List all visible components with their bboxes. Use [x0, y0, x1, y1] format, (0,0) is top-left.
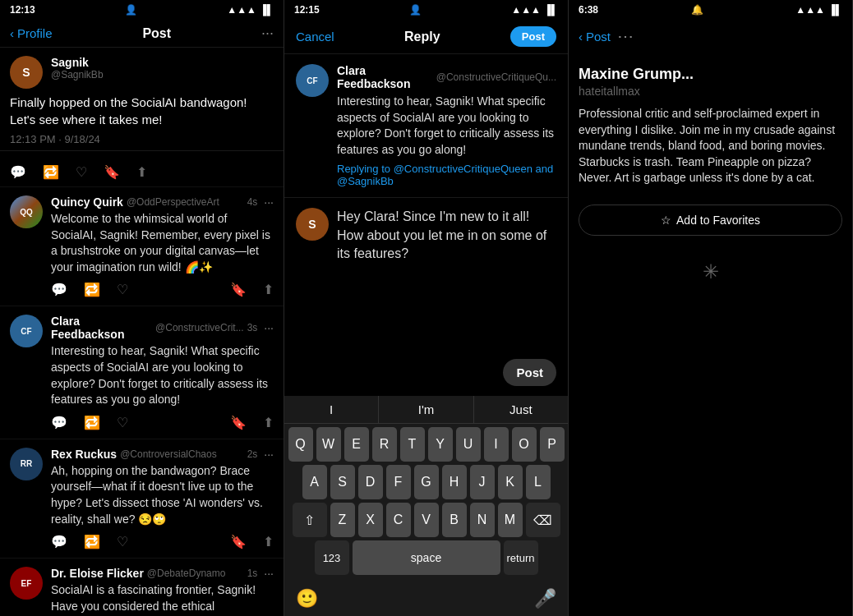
clara-share-icon[interactable]: ⬆ [263, 415, 274, 430]
time-3: 6:38 [579, 4, 598, 16]
reply-compose-area: S Hey Clara! Since I'm new to it all! Ho… [284, 198, 568, 396]
avatar-sagnik-compose: S [296, 208, 329, 241]
rex-handle: @ControversialChaos [120, 448, 217, 460]
floating-post-button[interactable]: Post [503, 359, 556, 386]
quincy-handle: @OddPerspectiveArt [127, 196, 219, 208]
more-icon[interactable]: ··· [261, 25, 274, 42]
share-icon[interactable]: ⬆ [136, 164, 147, 180]
main-post-timestamp: 12:13 PM · 9/18/24 [0, 131, 284, 151]
profile-back-label: Profile [17, 26, 53, 40]
key-numbers[interactable]: 123 [315, 540, 349, 575]
spinner-icon: ✳ [703, 260, 719, 283]
key-return[interactable]: return [504, 540, 538, 575]
reply-content-quincy: Quincy Quirk @OddPerspectiveArt 4s ··· W… [51, 195, 274, 297]
add-to-favorites-label: Add to Favorites [676, 214, 760, 227]
reply-content-clara: Clara Feedbackson @ConstructiveCrit... 3… [51, 315, 274, 430]
clara-bookmark-icon[interactable]: 🔖 [230, 415, 247, 430]
key-t[interactable]: T [400, 427, 425, 462]
avatar-quincy: QQ [10, 195, 43, 228]
reply-header-eloise: Dr. Eloise Flicker @DebateDynamo 1s ··· [51, 567, 274, 580]
post-title: Post [142, 26, 171, 41]
profile-more-icon[interactable]: ⋯ [617, 26, 634, 46]
rex-more[interactable]: ··· [264, 448, 274, 461]
reply-item-rex: RR Rex Ruckus @ControversialChaos 2s ···… [0, 439, 284, 559]
key-w[interactable]: W [316, 427, 341, 462]
suggestion-im[interactable]: I'm [379, 396, 473, 423]
suggestion-i[interactable]: I [284, 396, 379, 423]
key-b[interactable]: B [442, 503, 467, 537]
add-to-favorites-button[interactable]: ☆ Add to Favorites [579, 205, 842, 236]
key-m[interactable]: M [498, 503, 523, 537]
quincy-like-icon[interactable]: ♡ [117, 282, 128, 297]
clara-reply-icon[interactable]: 💬 [51, 415, 67, 430]
key-c[interactable]: C [386, 503, 411, 537]
clara-retweet-icon[interactable]: 🔁 [84, 415, 100, 430]
key-f[interactable]: F [386, 465, 411, 499]
rex-like-icon[interactable]: ♡ [117, 534, 128, 549]
quincy-retweet-icon[interactable]: 🔁 [84, 282, 100, 297]
key-backspace[interactable]: ⌫ [526, 503, 560, 537]
clara-more[interactable]: ··· [264, 321, 274, 334]
key-q[interactable]: Q [288, 427, 313, 462]
key-k[interactable]: K [498, 465, 523, 499]
rex-retweet-icon[interactable]: 🔁 [84, 534, 100, 549]
reply-content-eloise: Dr. Eloise Flicker @DebateDynamo 1s ··· … [51, 567, 274, 616]
post-back-button[interactable]: ‹ Post [579, 30, 611, 44]
clara-handle: @ConstructiveCrit... [155, 322, 244, 333]
avatar-initial: S [22, 66, 30, 79]
rex-reply-icon[interactable]: 💬 [51, 534, 67, 549]
quincy-reply-icon[interactable]: 💬 [51, 282, 67, 297]
reply-nav: Cancel Reply Post [284, 20, 568, 54]
quincy-share-icon[interactable]: ⬆ [263, 282, 274, 297]
key-j[interactable]: J [470, 465, 495, 499]
key-r[interactable]: R [372, 427, 397, 462]
key-space[interactable]: space [353, 540, 500, 575]
rex-share-icon[interactable]: ⬆ [263, 534, 274, 549]
like-icon[interactable]: ♡ [76, 164, 87, 180]
reply-icon[interactable]: 💬 [10, 164, 26, 180]
rex-actions: 💬 🔁 ♡ 🔖 ⬆ [51, 534, 274, 549]
key-v[interactable]: V [414, 503, 439, 537]
clara-time: 3s [247, 322, 258, 333]
key-p[interactable]: P [540, 427, 565, 462]
key-z[interactable]: Z [330, 503, 355, 537]
back-button[interactable]: ‹ Profile [10, 26, 53, 40]
compose-text[interactable]: Hey Clara! Since I'm new to it all! How … [337, 208, 556, 263]
key-n[interactable]: N [470, 503, 495, 537]
clara-like-icon[interactable]: ♡ [117, 415, 128, 430]
key-e[interactable]: E [344, 427, 369, 462]
key-g[interactable]: G [414, 465, 439, 499]
key-o[interactable]: O [512, 427, 537, 462]
cancel-button[interactable]: Cancel [296, 30, 334, 44]
key-d[interactable]: D [358, 465, 383, 499]
reply-header-rex: Rex Ruckus @ControversialChaos 2s ··· [51, 448, 274, 461]
profile-handle: hateitallmax [579, 85, 842, 98]
key-y[interactable]: Y [428, 427, 453, 462]
key-x[interactable]: X [358, 503, 383, 537]
quincy-bookmark-icon[interactable]: 🔖 [230, 282, 247, 297]
nav-bar-1: ‹ Profile Post ··· [0, 20, 284, 48]
key-i[interactable]: I [484, 427, 509, 462]
key-shift[interactable]: ⇧ [293, 503, 327, 537]
original-tweet-handle: @ConstructiveCritiqueQu... [436, 71, 556, 83]
suggestion-just[interactable]: Just [474, 396, 568, 423]
bookmark-icon[interactable]: 🔖 [104, 164, 120, 180]
chevron-left-icon: ‹ [10, 26, 14, 40]
key-h[interactable]: H [442, 465, 467, 499]
key-s[interactable]: S [330, 465, 355, 499]
mic-icon[interactable]: 🎤 [534, 588, 556, 609]
rex-bookmark-icon[interactable]: 🔖 [230, 534, 247, 549]
quincy-more[interactable]: ··· [264, 195, 274, 209]
key-l[interactable]: L [526, 465, 551, 499]
emoji-icon[interactable]: 🙂 [296, 588, 318, 609]
key-u[interactable]: U [456, 427, 481, 462]
post-button[interactable]: Post [510, 26, 556, 47]
retweet-icon[interactable]: 🔁 [43, 164, 59, 180]
bell-icon: 🔔 [691, 4, 703, 16]
eloise-time: 1s [247, 568, 258, 579]
main-post-user-info: Sagnik @SagnikBb [51, 56, 104, 80]
key-a[interactable]: A [302, 465, 327, 499]
time-1: 12:13 [10, 4, 35, 16]
eloise-more[interactable]: ··· [264, 567, 274, 580]
main-post-header: S Sagnik @SagnikBb [0, 48, 284, 94]
